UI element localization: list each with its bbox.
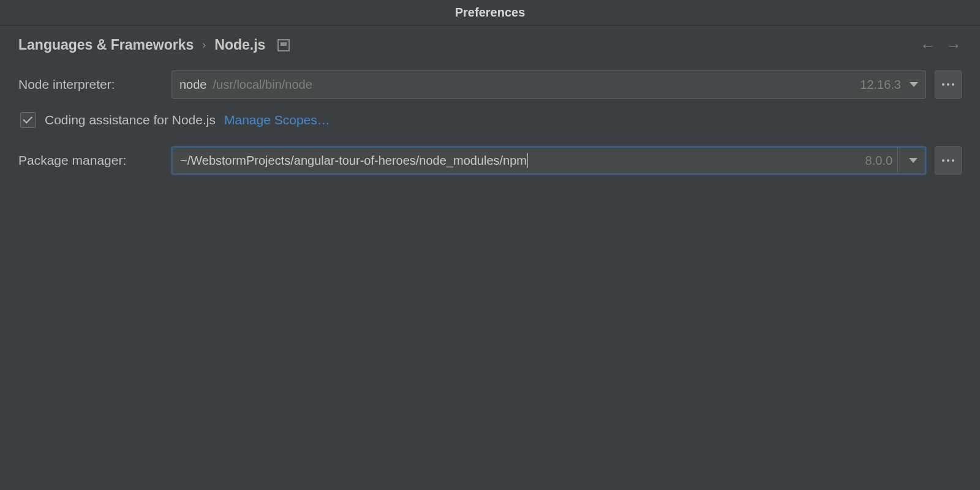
interpreter-version: 12.16.3 [860,78,901,92]
node-interpreter-row: Node interpreter: node /usr/local/bin/no… [18,70,962,99]
interpreter-name: node [179,78,207,92]
interpreter-browse-button[interactable] [935,70,962,99]
coding-assistance-row: Coding assistance for Node.js Manage Sco… [18,112,962,128]
package-manager-row: Package manager: ~/WebstormProjects/angu… [18,146,962,175]
coding-assistance-checkbox[interactable] [20,112,36,128]
package-manager-label: Package manager: [18,153,172,168]
project-scope-icon [277,39,290,51]
nav-forward-button[interactable]: → [946,37,962,53]
chevron-down-icon [909,158,918,163]
breadcrumb-root[interactable]: Languages & Frameworks [18,37,194,53]
nav-back-button[interactable]: ← [920,37,936,53]
package-manager-path: ~/WebstormProjects/angular-tour-of-heroe… [180,154,527,168]
chevron-right-icon: › [202,39,206,51]
manage-scopes-link[interactable]: Manage Scopes… [224,113,330,127]
check-icon [23,114,33,124]
settings-form: Node interpreter: node /usr/local/bin/no… [0,70,980,175]
node-interpreter-combo[interactable]: node /usr/local/bin/node 12.16.3 [172,70,926,99]
chevron-down-icon [910,82,918,87]
breadcrumb: Languages & Frameworks › Node.js [18,37,920,53]
package-manager-browse-button[interactable] [935,146,962,175]
breadcrumb-row: Languages & Frameworks › Node.js ← → [0,26,980,70]
package-manager-combo[interactable]: ~/WebstormProjects/angular-tour-of-heroe… [172,146,926,175]
interpreter-path: /usr/local/bin/node [213,78,312,92]
window-title-text: Preferences [455,6,526,20]
node-interpreter-label: Node interpreter: [18,77,172,92]
text-cursor [527,153,528,168]
window-title: Preferences [0,0,980,26]
coding-assistance-label: Coding assistance for Node.js [45,113,216,127]
breadcrumb-leaf: Node.js [214,37,265,53]
package-manager-version: 8.0.0 [865,154,892,168]
nav-arrows: ← → [920,37,962,53]
